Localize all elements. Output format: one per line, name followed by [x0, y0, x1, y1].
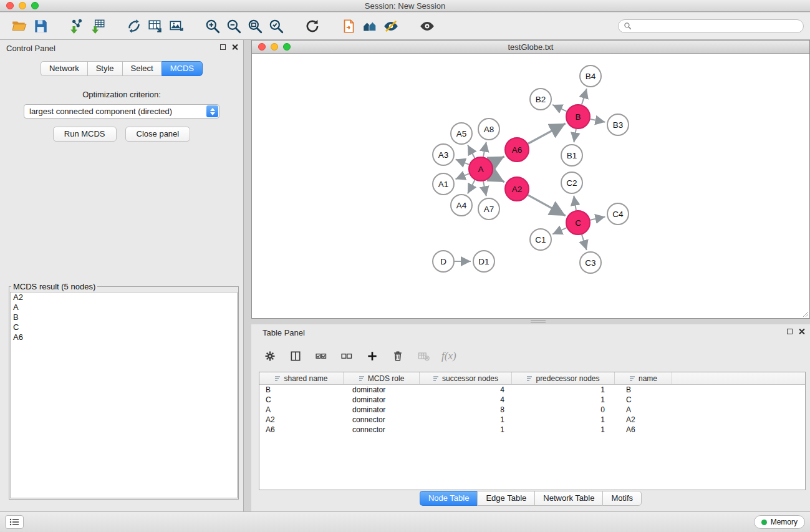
show-all-button[interactable]: [417, 16, 438, 37]
hide-selected-button[interactable]: [380, 16, 402, 37]
table-cell[interactable]: A6: [615, 425, 672, 435]
show-columns-button[interactable]: [288, 349, 303, 364]
table-cell[interactable]: A6: [259, 425, 344, 435]
close-table-panel-icon[interactable]: [798, 328, 805, 335]
table-cell[interactable]: 1: [512, 415, 615, 425]
table-cell[interactable]: 1: [420, 425, 512, 435]
open-session-button[interactable]: [9, 16, 30, 37]
table-cell[interactable]: 4: [420, 395, 512, 405]
memory-button[interactable]: Memory: [754, 515, 805, 529]
close-panel-button[interactable]: Close panel: [125, 127, 191, 142]
graph-edge-A-A2[interactable]: [492, 175, 504, 182]
column-header-name[interactable]: name: [615, 372, 672, 384]
table-row[interactable]: A2connector11A2: [259, 415, 805, 425]
table-cell[interactable]: 1: [512, 395, 615, 405]
network-from-selection-button[interactable]: [123, 16, 145, 37]
tab-mcds[interactable]: MCDS: [162, 61, 203, 76]
import-network-button[interactable]: [66, 16, 87, 37]
table-cell[interactable]: A: [259, 405, 344, 415]
table-cell[interactable]: dominator: [344, 385, 420, 395]
tab-style[interactable]: Style: [87, 61, 122, 76]
column-header-shared-name[interactable]: shared name: [259, 372, 344, 384]
close-window-button[interactable]: [6, 2, 14, 9]
zoom-in-button[interactable]: [202, 16, 223, 37]
graph-node-C2[interactable]: C2: [561, 172, 582, 193]
deselect-all-rows-button[interactable]: [339, 349, 354, 364]
graph-edge-C-C3[interactable]: [582, 235, 587, 250]
table-cell[interactable]: 1: [512, 425, 615, 435]
column-header-successor-nodes[interactable]: successor nodes: [420, 372, 512, 384]
graph-node-C[interactable]: C: [566, 211, 590, 235]
preferred-layout-button[interactable]: [359, 16, 380, 37]
delete-column-button[interactable]: [390, 349, 405, 364]
import-table-button[interactable]: [87, 16, 108, 37]
graph-node-A3[interactable]: A3: [433, 144, 454, 165]
table-row[interactable]: A6connector11A6: [259, 425, 805, 435]
float-panel-icon[interactable]: [220, 44, 226, 50]
tab-select[interactable]: Select: [122, 61, 162, 76]
table-row[interactable]: Bdominator41B: [259, 385, 805, 395]
graph-node-A[interactable]: A: [469, 157, 493, 181]
new-table-button[interactable]: [145, 16, 166, 37]
graph-node-A8[interactable]: A8: [478, 118, 499, 140]
graph-node-A2[interactable]: A2: [505, 177, 529, 201]
mcds-result-item[interactable]: A: [11, 302, 237, 312]
tab-edge-table[interactable]: Edge Table: [477, 491, 534, 506]
minimize-window-button[interactable]: [19, 2, 26, 9]
graph-node-C4[interactable]: C4: [607, 203, 629, 225]
graph-node-A5[interactable]: A5: [451, 123, 472, 144]
graph-node-A6[interactable]: A6: [505, 138, 529, 162]
table-cell[interactable]: A: [615, 405, 672, 415]
graph-edge-A-A7[interactable]: [483, 181, 486, 196]
table-cell[interactable]: A2: [259, 415, 344, 425]
graph-node-A1[interactable]: A1: [433, 173, 454, 195]
table-cell[interactable]: B: [615, 385, 672, 395]
table-cell[interactable]: 0: [512, 405, 615, 415]
table-cell[interactable]: A2: [615, 415, 672, 425]
mcds-result-item[interactable]: B: [11, 312, 237, 322]
graph-node-C1[interactable]: C1: [530, 229, 551, 250]
table-cell[interactable]: 4: [420, 385, 512, 395]
table-settings-button[interactable]: [263, 349, 277, 364]
export-image-button[interactable]: [166, 16, 187, 37]
table-cell[interactable]: 1: [420, 415, 512, 425]
zoom-window-button[interactable]: [31, 2, 39, 9]
graph-edge-C-C4[interactable]: [591, 216, 605, 220]
graph-node-B[interactable]: B: [566, 105, 590, 128]
table-cell[interactable]: C: [615, 395, 672, 405]
tab-network[interactable]: Network: [41, 61, 87, 76]
graph-node-B3[interactable]: B3: [607, 114, 629, 135]
graph-edge-A-A3[interactable]: [456, 160, 470, 165]
criterion-dropdown[interactable]: largest connected component (directed): [24, 104, 219, 118]
graph-edge-A-A5[interactable]: [468, 145, 475, 158]
graph-edge-A2-C[interactable]: [528, 195, 566, 216]
run-mcds-button[interactable]: Run MCDS: [53, 127, 117, 142]
select-all-rows-button[interactable]: [314, 349, 329, 364]
table-cell[interactable]: dominator: [344, 395, 420, 405]
tab-node-table[interactable]: Node Table: [420, 491, 478, 506]
column-header-mcds-role[interactable]: MCDS role: [344, 372, 420, 384]
table-cell[interactable]: 1: [512, 385, 615, 395]
delete-table-button[interactable]: [416, 349, 431, 364]
graph-edge-C-C1[interactable]: [552, 228, 567, 234]
function-builder-button[interactable]: f(x): [441, 350, 456, 362]
graph-edge-A-A1[interactable]: [455, 173, 469, 179]
graph-edge-A-A4[interactable]: [468, 180, 475, 194]
network-minimize-button[interactable]: [271, 43, 278, 51]
graph-node-B1[interactable]: B1: [561, 145, 582, 166]
mcds-result-item[interactable]: A2: [11, 293, 237, 302]
splitter-grip-icon[interactable]: [531, 320, 546, 323]
graph-node-B4[interactable]: B4: [580, 65, 601, 87]
graph-edge-B-B2[interactable]: [552, 105, 567, 112]
tab-network-table[interactable]: Network Table: [534, 491, 602, 506]
table-row[interactable]: Cdominator41C: [259, 395, 805, 405]
graph-edge-B-B4[interactable]: [582, 89, 587, 105]
network-close-button[interactable]: [258, 43, 266, 51]
window-titlebar[interactable]: Session: New Session: [0, 0, 810, 12]
table-cell[interactable]: connector: [344, 415, 420, 425]
table-cell[interactable]: dominator: [344, 405, 420, 415]
save-session-button[interactable]: [30, 16, 51, 37]
horizontal-splitter[interactable]: [251, 319, 810, 324]
zoom-selected-button[interactable]: [266, 16, 287, 37]
table-cell[interactable]: 8: [420, 405, 512, 415]
